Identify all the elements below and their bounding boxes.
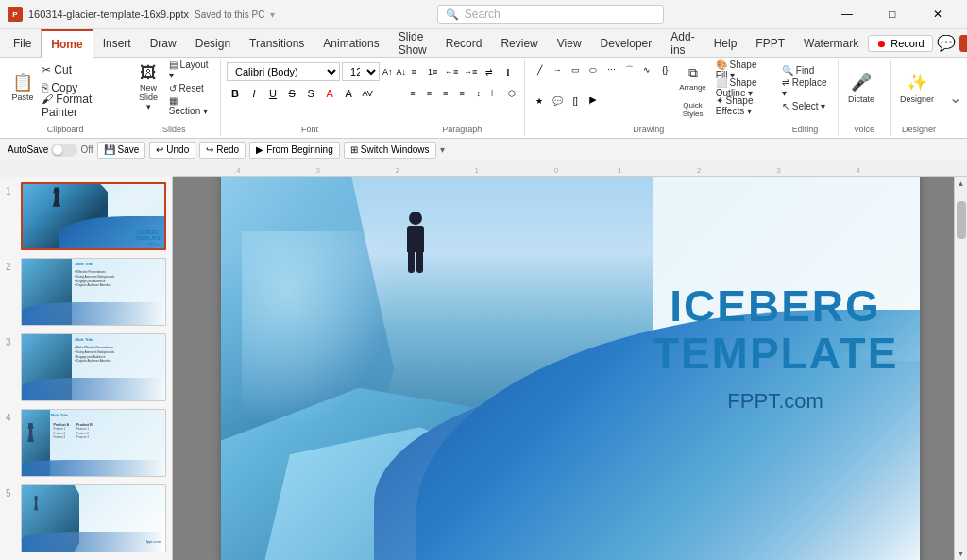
font-name-select[interactable]: Calibri (Body) xyxy=(227,62,340,81)
scroll-up-button[interactable]: ▲ xyxy=(955,177,968,190)
slide-thumb-2[interactable]: Slide Title • Effective Presentations • … xyxy=(21,258,166,326)
tab-home[interactable]: Home xyxy=(41,29,93,58)
font-size-select[interactable]: 12 xyxy=(342,62,380,81)
tab-view[interactable]: View xyxy=(548,29,591,58)
shape-freeform[interactable]: ∿ xyxy=(638,61,655,78)
indent-dec-button[interactable]: ←≡ xyxy=(443,63,460,80)
shape-callout[interactable]: 💬 xyxy=(549,93,566,110)
tab-watermark[interactable]: Watermark xyxy=(794,29,868,58)
tab-fppt[interactable]: FPPT xyxy=(746,29,794,58)
switch-windows-button[interactable]: ⊞ Switch Windows xyxy=(344,142,436,159)
rtl-button[interactable]: ⇌ xyxy=(481,63,498,80)
tab-insert[interactable]: Insert xyxy=(93,29,141,58)
justify-button[interactable]: ≡ xyxy=(454,85,468,102)
align-center-button[interactable]: ≡ xyxy=(422,85,436,102)
italic-button[interactable]: I xyxy=(246,85,263,102)
scroll-thumb[interactable] xyxy=(957,201,966,239)
slide-thumb-1[interactable]: ICEBERGTEMPLATE FPPT.com xyxy=(21,182,166,250)
share-button[interactable]: Share xyxy=(959,35,967,52)
record-button[interactable]: ⏺ Record xyxy=(868,35,932,52)
shape-star[interactable]: ★ xyxy=(531,93,548,110)
slide-thumb-5[interactable]: fppt.com xyxy=(21,484,166,552)
shape-outline-button[interactable]: ⬜ Shape Outline ▾ xyxy=(712,79,766,96)
line-spacing-button[interactable]: ↕ xyxy=(471,85,485,102)
numbered-list-button[interactable]: 1≡ xyxy=(424,63,441,80)
comment-icon[interactable]: 💬 xyxy=(937,34,956,52)
slide-item-2[interactable]: 2 Slide Title • Effective Presentations … xyxy=(4,256,168,328)
shape-fill-button[interactable]: 🎨 Shape Fill ▾ xyxy=(712,61,766,78)
undo-button[interactable]: ↩ Undo xyxy=(149,142,195,159)
align-right-button[interactable]: ≡ xyxy=(438,85,452,102)
vertical-scrollbar[interactable]: ▲ ▼ xyxy=(954,177,967,560)
shape-effects-button[interactable]: ✦ Shape Effects ▾ xyxy=(712,97,766,114)
tab-slideshow[interactable]: Slide Show xyxy=(389,29,436,58)
columns-button[interactable]: ⫿ xyxy=(500,63,517,80)
shape-eq[interactable]: {} xyxy=(656,61,673,78)
cut-button[interactable]: ✂ Cut xyxy=(38,61,121,78)
replace-button[interactable]: ⇌ Replace ▾ xyxy=(778,79,832,96)
layout-button[interactable]: ▤ Layout ▾ xyxy=(165,61,214,78)
shadow-button[interactable]: S xyxy=(302,85,319,102)
minimize-button[interactable]: — xyxy=(825,1,869,28)
designer-button[interactable]: ✨ Designer xyxy=(896,61,938,114)
highlight-button[interactable]: A xyxy=(340,85,357,102)
shape-arrow[interactable]: → xyxy=(549,61,566,78)
ribbon-expand-button[interactable]: ⌄ xyxy=(949,89,961,107)
bullet-list-button[interactable]: ≡ xyxy=(405,63,422,80)
indent-inc-button[interactable]: →≡ xyxy=(462,63,479,80)
save-button[interactable]: 💾 Save xyxy=(97,142,146,159)
smart-art-button[interactable]: ⬡ xyxy=(504,85,518,102)
tab-developer[interactable]: Developer xyxy=(591,29,662,58)
tab-file[interactable]: File xyxy=(4,29,41,58)
slide-thumb-3[interactable]: Slide Title • Make Effective Presentatio… xyxy=(21,333,166,401)
new-slide-button[interactable]: 🖼 NewSlide ▾ xyxy=(133,61,163,114)
qa-expand-icon[interactable]: ▾ xyxy=(440,144,445,155)
quick-styles-button[interactable]: QuickStyles xyxy=(675,96,709,123)
paste-button[interactable]: 📋 Paste xyxy=(9,61,36,114)
char-spacing-button[interactable]: AV xyxy=(359,85,376,102)
arrange-button[interactable]: ⧉ Arrange xyxy=(675,61,709,95)
tab-animations[interactable]: Animations xyxy=(314,29,388,58)
reset-button[interactable]: ↺ Reset xyxy=(165,79,214,96)
strikethrough-button[interactable]: S xyxy=(283,85,300,102)
tab-record[interactable]: Record xyxy=(436,29,492,58)
from-beginning-button[interactable]: ▶ From Beginning xyxy=(249,142,340,159)
slide-thumb-4[interactable]: Slide Title Product A Feature 1Feature 2… xyxy=(21,409,166,477)
slide-item-3[interactable]: 3 Slide Title • Make Effective Presentat… xyxy=(4,331,168,403)
shape-rect[interactable]: ▭ xyxy=(567,61,584,78)
section-button[interactable]: ▦ Section ▾ xyxy=(165,97,214,114)
search-bar[interactable]: 🔍 Search xyxy=(437,5,664,24)
bold-button[interactable]: B xyxy=(227,85,244,102)
align-left-button[interactable]: ≡ xyxy=(405,85,419,102)
main-slide-canvas[interactable]: ICEBERG TEMPLATE FPPT.com xyxy=(221,177,920,560)
shape-more[interactable]: ⋯ xyxy=(602,61,619,78)
shape-oval[interactable]: ⬭ xyxy=(585,61,602,78)
tab-design[interactable]: Design xyxy=(186,29,240,58)
find-button[interactable]: 🔍 Find xyxy=(778,61,832,78)
slide-item-5[interactable]: 5 fppt.com xyxy=(4,483,168,554)
tab-draw[interactable]: Draw xyxy=(141,29,186,58)
scroll-down-button[interactable]: ▼ xyxy=(955,547,968,560)
format-painter-button[interactable]: 🖌 Format Painter xyxy=(38,97,121,114)
maximize-button[interactable]: □ xyxy=(871,1,914,28)
close-button[interactable]: ✕ xyxy=(916,1,959,28)
shape-bracket[interactable]: [] xyxy=(567,93,584,110)
text-direction-button[interactable]: ⊢ xyxy=(487,85,501,102)
font-color-button[interactable]: A xyxy=(321,85,338,102)
select-button[interactable]: ↖ Select ▾ xyxy=(778,97,832,114)
shape-chevron[interactable]: ⯈ xyxy=(585,93,602,110)
tab-review[interactable]: Review xyxy=(491,29,547,58)
slide-item-1[interactable]: 1 ICEBERGTEMPLATE FPPT.com xyxy=(4,180,168,252)
underline-button[interactable]: U xyxy=(264,85,281,102)
slide-item-4[interactable]: 4 Slide Title Product A Feature 1Feature… xyxy=(4,407,168,479)
redo-button[interactable]: ↪ Redo xyxy=(199,142,246,159)
tab-transitions[interactable]: Transitions xyxy=(240,29,314,58)
shape-line[interactable]: ╱ xyxy=(531,61,548,78)
canvas-area[interactable]: ICEBERG TEMPLATE FPPT.com ▲ ▼ xyxy=(173,177,967,560)
shape-connect[interactable]: ⌒ xyxy=(620,61,637,78)
tab-help[interactable]: Help xyxy=(704,29,747,58)
autosave-switch[interactable] xyxy=(51,144,77,157)
dictate-button[interactable]: 🎤 Dictate xyxy=(844,61,878,114)
tab-addins[interactable]: Add-ins xyxy=(661,29,704,58)
font-increase-button[interactable]: A↑ xyxy=(382,63,394,80)
